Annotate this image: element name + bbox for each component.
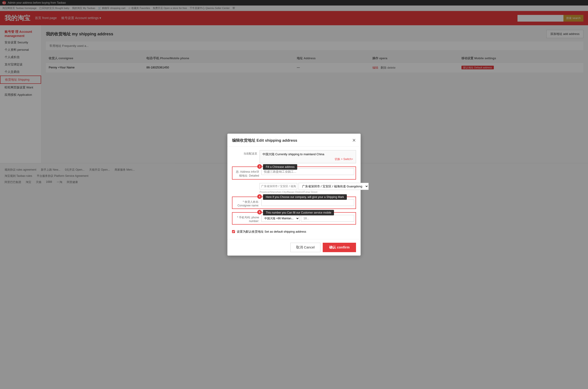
address-field-label: 息: Address infor详细地址: Detailed: [234, 168, 259, 178]
modal-title: 编辑收货地址 Edit shipping address: [232, 138, 297, 143]
modal-body: 当前配送至 中国大陆 Currently shipping to mainlan…: [228, 147, 360, 205]
modal-header: 编辑收货地址 Edit shipping address ✕: [228, 134, 360, 147]
address-field-container: 息: Address infor详细地址: Detailed 3 Fill a …: [232, 166, 356, 180]
province-row: 广东省深圳市 / 宝安区 / 福海街道 Guangdong Province/S…: [232, 183, 356, 193]
consignee-input[interactable]: [261, 199, 354, 205]
shipping-dest-row: 当前配送至 中国大陆 Currently shipping to mainlan…: [232, 150, 356, 163]
annotation-tooltip-4: Here If you Choose our company, will giv…: [263, 194, 347, 200]
shipping-dest-value: 中国大陆 Currently shipping to mainland Chin…: [260, 150, 356, 163]
edit-shipping-modal: 编辑收货地址 Edit shipping address ✕ 当前配送至 中国大…: [228, 134, 360, 205]
modal-close-button[interactable]: ✕: [352, 138, 356, 143]
province-sub: Province/Shenzhen City/Baoan District/Fu…: [260, 191, 369, 193]
annotation-tooltip-3: Fill a Chinease address: [263, 164, 297, 170]
province-input[interactable]: [260, 183, 297, 190]
province-select[interactable]: 广东省深圳市 / 宝安区 / 福海街道 Guangdong: [299, 183, 369, 190]
shipping-dest-text: 中国大陆 Currently shipping to mainland Chin…: [262, 152, 324, 156]
consignee-field-container: * 收货人姓名: Consignee name: 4 Here If you C…: [232, 196, 356, 205]
switch-link[interactable]: 切换 > Switch>: [262, 157, 353, 161]
modal-overlay: 编辑收货地址 Edit shipping address ✕ 当前配送至 中国大…: [0, 0, 588, 205]
province-container: 广东省深圳市 / 宝安区 / 福海街道 Guangdong Province/S…: [260, 183, 369, 193]
consignee-label: * 收货人姓名: Consignee name:: [234, 198, 259, 205]
shipping-dest-label: 当前配送至: [232, 150, 257, 156]
annotation-badge-4: 4: [257, 194, 262, 199]
province-label: [232, 183, 257, 184]
annotation-badge-3: 3: [257, 164, 262, 169]
